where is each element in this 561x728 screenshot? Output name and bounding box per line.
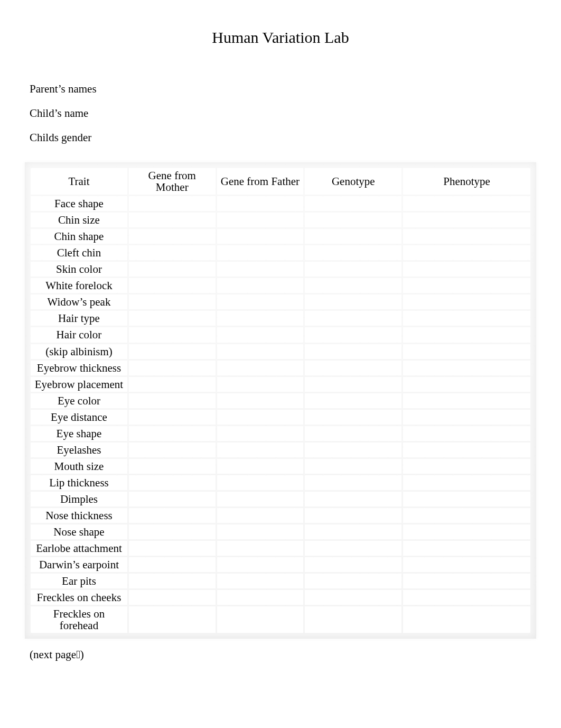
table-row: Earlobe attachment (31, 541, 530, 556)
cell-genotype (305, 443, 401, 457)
cell-father (217, 410, 304, 425)
cell-trait: Cleft chin (31, 245, 127, 260)
cell-trait: Widow’s peak (31, 294, 127, 309)
next-page-label: (next page) (30, 648, 561, 661)
cell-mother (129, 327, 216, 342)
cell-phenotype (403, 443, 530, 457)
cell-father (217, 606, 304, 633)
cell-father (217, 492, 304, 506)
cell-mother (129, 229, 216, 244)
table-row: Skin color (31, 262, 530, 277)
table-row: Eye color (31, 393, 530, 408)
table-row: Dimples (31, 492, 530, 506)
cell-trait: Eyelashes (31, 443, 127, 457)
cell-father (217, 294, 304, 309)
childs-name-label: Child’s name (30, 107, 561, 120)
cell-mother (129, 426, 216, 441)
cell-father (217, 245, 304, 260)
table-header-row: Trait Gene from Mother Gene from Father … (31, 168, 530, 195)
table-row: Eyelashes (31, 443, 530, 457)
cell-genotype (305, 475, 401, 490)
cell-trait: White forelock (31, 278, 127, 293)
cell-mother (129, 557, 216, 572)
cell-father (217, 459, 304, 474)
cell-genotype (305, 541, 401, 556)
cell-father (217, 262, 304, 277)
cell-trait: Eyebrow placement (31, 377, 127, 392)
cell-mother (129, 410, 216, 425)
cell-mother (129, 475, 216, 490)
cell-phenotype (403, 393, 530, 408)
cell-mother (129, 524, 216, 539)
cell-trait: Chin size (31, 213, 127, 227)
cell-trait: Ear pits (31, 574, 127, 588)
cell-genotype (305, 574, 401, 588)
cell-trait: Darwin’s earpoint (31, 557, 127, 572)
table-row: Face shape (31, 196, 530, 211)
cell-trait: Mouth size (31, 459, 127, 474)
cell-trait: Dimples (31, 492, 127, 506)
cell-mother (129, 213, 216, 227)
cell-mother (129, 196, 216, 211)
cell-genotype (305, 245, 401, 260)
cell-phenotype (403, 311, 530, 326)
cell-mother (129, 492, 216, 506)
cell-trait: Skin color (31, 262, 127, 277)
cell-trait: Earlobe attachment (31, 541, 127, 556)
cell-phenotype (403, 361, 530, 375)
trait-table-container: Trait Gene from Mother Gene from Father … (25, 162, 536, 639)
table-row: Nose thickness (31, 508, 530, 523)
cell-trait: Freckles on forehead (31, 606, 127, 633)
info-block: Parent’s names Child’s name Childs gende… (30, 82, 561, 144)
cell-genotype (305, 311, 401, 326)
cell-trait: Eyebrow thickness (31, 361, 127, 375)
cell-phenotype (403, 294, 530, 309)
cell-genotype (305, 196, 401, 211)
header-genotype: Genotype (305, 168, 401, 195)
cell-trait: Nose thickness (31, 508, 127, 523)
cell-father (217, 229, 304, 244)
cell-father (217, 377, 304, 392)
table-row: Hair color (31, 327, 530, 342)
cell-father (217, 426, 304, 441)
cell-phenotype (403, 213, 530, 227)
table-row: Nose shape (31, 524, 530, 539)
cell-phenotype (403, 229, 530, 244)
cell-trait: Freckles on cheeks (31, 590, 127, 605)
cell-genotype (305, 229, 401, 244)
cell-genotype (305, 278, 401, 293)
cell-genotype (305, 459, 401, 474)
header-gene-mother: Gene from Mother (129, 168, 216, 195)
table-row: Ear pits (31, 574, 530, 588)
table-row: Chin shape (31, 229, 530, 244)
cell-phenotype (403, 245, 530, 260)
cell-phenotype (403, 557, 530, 572)
cell-trait: Face shape (31, 196, 127, 211)
cell-genotype (305, 262, 401, 277)
cell-phenotype (403, 574, 530, 588)
cell-father (217, 278, 304, 293)
table-row: Widow’s peak (31, 294, 530, 309)
cell-mother (129, 443, 216, 457)
header-phenotype: Phenotype (403, 168, 530, 195)
cell-father (217, 574, 304, 588)
cell-father (217, 327, 304, 342)
cell-phenotype (403, 459, 530, 474)
cell-phenotype (403, 327, 530, 342)
cell-mother (129, 393, 216, 408)
cell-mother (129, 344, 216, 359)
cell-mother (129, 508, 216, 523)
table-row: Hair type (31, 311, 530, 326)
cell-trait: Eye distance (31, 410, 127, 425)
cell-genotype (305, 492, 401, 506)
cell-mother (129, 377, 216, 392)
cell-father (217, 361, 304, 375)
cell-mother (129, 590, 216, 605)
cell-trait: Chin shape (31, 229, 127, 244)
cell-father (217, 475, 304, 490)
cell-father (217, 590, 304, 605)
cell-mother (129, 262, 216, 277)
childs-gender-label: Childs gender (30, 131, 561, 144)
cell-father (217, 508, 304, 523)
table-row: Chin size (31, 213, 530, 227)
